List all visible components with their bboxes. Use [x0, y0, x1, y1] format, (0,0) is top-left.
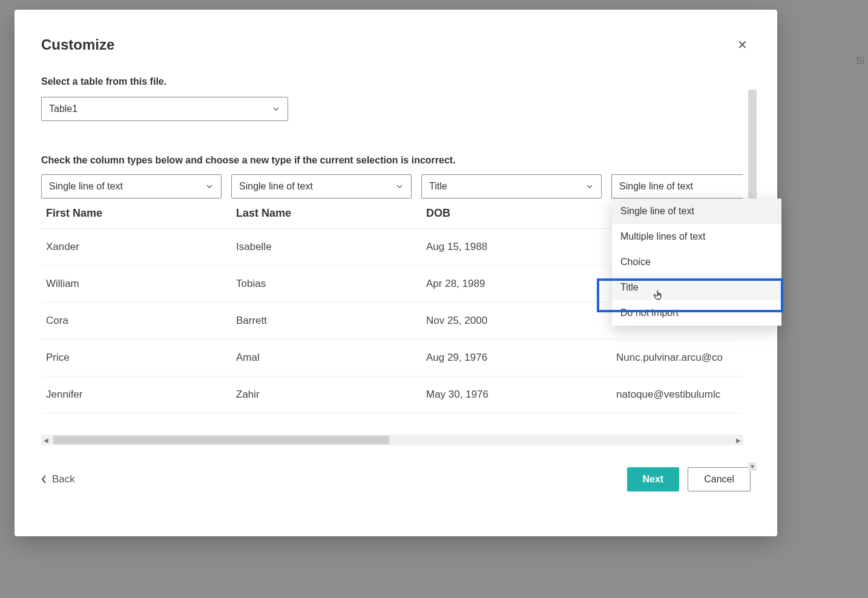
customize-modal: Customize ✕ Select a table from this fil…: [15, 10, 777, 536]
scroll-right-arrow-icon[interactable]: ▶: [734, 435, 743, 445]
cancel-label: Cancel: [704, 474, 734, 485]
column-type-select-0[interactable]: Single line of text: [41, 174, 222, 199]
dropdown-option-choice[interactable]: Choice: [612, 249, 781, 275]
scroll-region: ▼ Single line of text Single line of tex…: [41, 174, 751, 445]
column-type-value: Single line of text: [619, 181, 693, 192]
cell-first-name: Price: [46, 352, 226, 364]
table-select[interactable]: Table1: [41, 97, 288, 121]
dropdown-option-do-not-import[interactable]: Do not import: [612, 300, 781, 326]
chevron-down-icon: [272, 105, 280, 113]
horizontal-scrollbar-thumb[interactable]: [53, 436, 389, 444]
cell-col4: Nunc.pulvinar.arcu@co: [616, 352, 743, 364]
modal-title: Customize: [41, 36, 114, 53]
dropdown-option-title[interactable]: Title: [612, 275, 781, 300]
table-row: Jennifer Zahir May 30, 1976 natoque@vest…: [41, 376, 743, 413]
table-select-value: Table1: [49, 104, 77, 114]
instruction-text: Check the column types below and choose …: [41, 155, 751, 166]
cell-last-name: Tobias: [236, 278, 416, 290]
column-type-select-3[interactable]: Single line of text: [611, 174, 743, 199]
pointer-cursor-icon: [653, 289, 666, 303]
cell-dob: Apr 28, 1989: [426, 278, 607, 290]
cell-last-name: Barrett: [236, 315, 416, 327]
dropdown-option-single-line[interactable]: Single line of text: [612, 199, 781, 224]
cell-first-name: Jennifer: [46, 389, 226, 401]
cell-last-name: Amal: [236, 352, 416, 364]
scroll-left-arrow-icon[interactable]: ◀: [41, 435, 51, 445]
chevron-down-icon: [205, 182, 214, 191]
cell-dob: May 30, 1976: [426, 389, 607, 401]
column-type-select-2[interactable]: Title: [421, 174, 602, 199]
modal-footer: Back Next Cancel: [41, 467, 751, 491]
cell-last-name: Isabelle: [236, 241, 416, 253]
footer-buttons: Next Cancel: [627, 467, 751, 491]
column-type-row: Single line of text Single line of text …: [41, 174, 743, 199]
cell-col4: natoque@vestibulumlc: [616, 389, 743, 401]
chevron-down-icon: [585, 182, 594, 191]
column-header: Last Name: [236, 207, 416, 220]
column-type-value: Single line of text: [239, 181, 313, 192]
column-type-select-1[interactable]: Single line of text: [231, 174, 412, 199]
horizontal-scrollbar[interactable]: ◀ ▶: [41, 435, 743, 445]
table-row: Price Amal Aug 29, 1976 Nunc.pulvinar.ar…: [41, 340, 743, 376]
close-icon: ✕: [737, 38, 748, 52]
cell-dob: Aug 29, 1976: [426, 352, 607, 364]
chevron-down-icon: [395, 182, 404, 191]
cell-last-name: Zahir: [236, 389, 416, 401]
scroll-down-arrow-icon[interactable]: ▼: [748, 462, 757, 471]
cancel-button[interactable]: Cancel: [688, 467, 751, 491]
background-label: Si: [856, 56, 864, 67]
cell-dob: Aug 15, 1988: [426, 241, 607, 253]
column-header: DOB: [426, 207, 607, 220]
cell-first-name: Cora: [46, 315, 226, 327]
next-label: Next: [643, 474, 664, 485]
next-button[interactable]: Next: [627, 467, 680, 491]
column-type-value: Title: [429, 181, 447, 192]
back-button[interactable]: Back: [41, 473, 75, 485]
column-header: First Name: [46, 207, 226, 220]
column-type-value: Single line of text: [49, 181, 123, 192]
back-label: Back: [52, 473, 75, 485]
table-picker-label: Select a table from this file.: [41, 76, 751, 87]
cell-dob: Nov 25, 2000: [426, 315, 607, 327]
modal-header: Customize ✕: [41, 36, 751, 53]
cell-first-name: Xander: [46, 241, 226, 253]
cell-first-name: William: [46, 278, 226, 290]
close-button[interactable]: ✕: [734, 36, 751, 53]
dropdown-option-multi-line[interactable]: Multiple lines of text: [612, 224, 781, 249]
column-type-dropdown[interactable]: Single line of text Multiple lines of te…: [612, 199, 781, 326]
